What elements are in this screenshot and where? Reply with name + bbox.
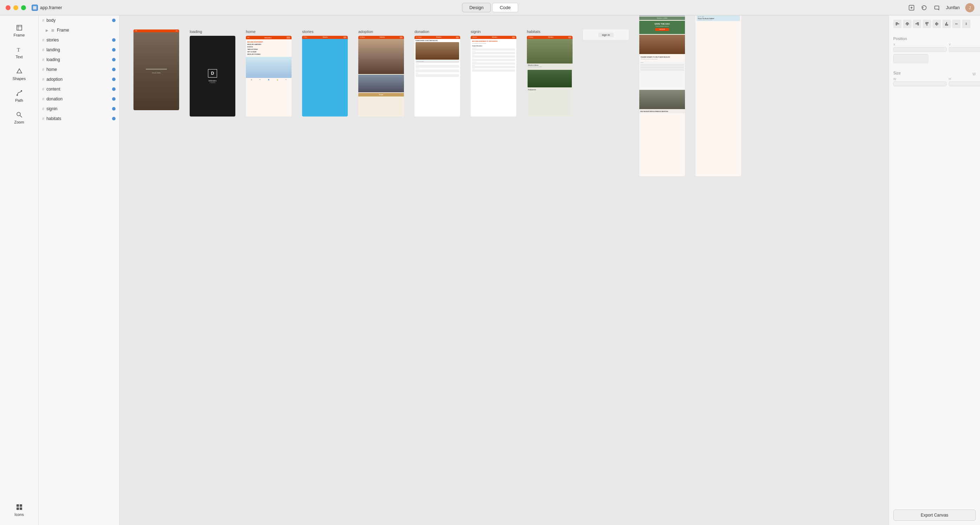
layer-landing[interactable]: # landing xyxy=(39,45,119,55)
sidebar-item-frame[interactable]: Frame xyxy=(2,21,36,41)
user-label: Junfan xyxy=(946,5,959,10)
height-input-group: H xyxy=(949,77,980,86)
sidebar-item-path[interactable]: Path xyxy=(2,86,36,106)
svg-rect-14 xyxy=(20,508,22,510)
content-frame[interactable]: 9:41 Defenders Give One Defenders xyxy=(639,16,685,176)
stories-frame[interactable]: C·Story Defenders xyxy=(302,36,348,116)
loading-subtext: of Wildlife xyxy=(208,82,218,84)
sidebar-item-shapes[interactable]: Shapes xyxy=(2,64,36,84)
svg-rect-23 xyxy=(918,25,919,25)
layer-hash-icon: # xyxy=(42,97,44,101)
signin-frame[interactable]: C·Member Defenders BECOME A MEMBER OF DE… xyxy=(471,36,516,116)
svg-rect-22 xyxy=(915,24,919,24)
svg-rect-28 xyxy=(937,22,937,25)
right-panel: ⇔ ⇕ Position X Y Size xyxy=(889,16,980,525)
left-sidebar: Frame T Text Shapes Path Zoom xyxy=(0,16,39,525)
sidebar-item-icons[interactable]: Icons xyxy=(2,500,36,520)
svg-line-10 xyxy=(20,116,22,117)
align-top-btn[interactable] xyxy=(923,20,931,28)
home-frame[interactable]: 9:41 Defenders BECOME A DEFENDER WILDLIF… xyxy=(246,36,291,116)
titlebar-right: Junfan J xyxy=(908,3,974,12)
chat-icon[interactable] xyxy=(933,4,940,11)
svg-text:⬜: ⬜ xyxy=(33,6,37,10)
frame-group-wolf: 9:41●●● Defenders Wildlife xyxy=(134,30,179,110)
adoption-frame[interactable]: 9:41 Adopt Defenders Donate xyxy=(358,36,404,116)
align-center-v-btn[interactable] xyxy=(932,20,941,28)
sidebar-item-text[interactable]: T Text xyxy=(2,42,36,62)
svg-rect-24 xyxy=(926,22,926,24)
layer-stories[interactable]: # stories xyxy=(39,35,119,45)
x-input[interactable] xyxy=(893,47,947,52)
home-label: home xyxy=(246,30,256,34)
svg-rect-31 xyxy=(946,22,947,25)
close-button[interactable] xyxy=(6,5,11,10)
layer-habitats[interactable]: # habitats xyxy=(39,114,119,124)
habitats-frame[interactable]: C·Habitats Defenders Defenders in Arizon… xyxy=(527,36,573,116)
loading-frame[interactable]: D Defenders of Wildlife xyxy=(190,36,235,116)
sidebar-bottom: Icons xyxy=(0,499,38,521)
layer-home[interactable]: # home xyxy=(39,65,119,75)
svg-text:T: T xyxy=(17,47,20,52)
y-input-group: Y xyxy=(949,43,980,52)
layer-dot xyxy=(112,107,116,111)
align-right-btn[interactable] xyxy=(913,20,921,28)
layer-donation[interactable]: # donation xyxy=(39,94,119,104)
frame-group-stories: stories C·Story Defenders xyxy=(302,30,348,116)
canvas-area[interactable]: 9:41●●● Defenders Wildlife loading xyxy=(119,16,889,525)
code-tab[interactable]: Code xyxy=(492,3,518,12)
layer-content[interactable]: # content xyxy=(39,84,119,94)
width-input[interactable] xyxy=(893,81,947,86)
layer-body[interactable]: # body xyxy=(39,16,119,25)
distribute-v-btn[interactable]: ⇕ xyxy=(962,20,970,28)
y-input[interactable] xyxy=(949,47,980,52)
icons-icon xyxy=(16,503,23,511)
layer-dot xyxy=(112,48,116,52)
signin-small-frame[interactable]: sign in xyxy=(583,30,629,40)
align-center-h-btn[interactable] xyxy=(903,20,912,28)
position-section: Position X Y xyxy=(893,36,976,65)
svg-rect-3 xyxy=(17,25,22,30)
export-icon[interactable] xyxy=(908,4,915,11)
titlebar: ⬜ app.framer Design Code Junfan J xyxy=(0,0,980,16)
layer-dot xyxy=(112,97,116,101)
align-bottom-btn[interactable] xyxy=(942,20,951,28)
minimize-button[interactable] xyxy=(13,5,18,10)
height-input[interactable] xyxy=(949,81,980,86)
export-canvas-button[interactable]: Export Canvas xyxy=(893,509,976,521)
layer-signin[interactable]: # signin xyxy=(39,104,119,114)
habitats-label: habitats xyxy=(527,30,541,34)
donation-frame[interactable]: 9:41 Donate Defenders PLEASE DONATE TO H… xyxy=(414,36,460,116)
zoom-icon xyxy=(16,111,23,119)
layer-adoption[interactable]: # adoption xyxy=(39,75,119,84)
distribute-h-btn[interactable]: ⇔ xyxy=(952,20,961,28)
svg-rect-19 xyxy=(905,24,909,24)
body-frame[interactable]: 9:41 Defenders Aug 15, 2021 Extractive xyxy=(695,16,741,176)
layer-loading[interactable]: # loading xyxy=(39,55,119,65)
svg-rect-27 xyxy=(935,23,936,25)
icons-label: Icons xyxy=(14,512,24,517)
layer-hash-icon: # xyxy=(42,38,44,42)
design-tab[interactable]: Design xyxy=(462,3,491,12)
stories-label: stories xyxy=(302,30,313,34)
contact-info-text: Contact Information xyxy=(472,45,515,47)
layer-dot xyxy=(112,117,116,121)
frame-group-loading: loading D Defenders of Wildlife xyxy=(190,30,235,116)
maximize-button[interactable] xyxy=(21,5,26,10)
align-left-btn[interactable] xyxy=(893,20,902,28)
w-label: W xyxy=(973,72,976,76)
layer-frame[interactable]: ▶ ⊞ Frame xyxy=(39,25,119,35)
layer-dot xyxy=(112,87,116,91)
rotation-input[interactable] xyxy=(893,54,928,63)
svg-point-8 xyxy=(21,90,22,92)
sidebar-item-zoom[interactable]: Zoom xyxy=(2,107,36,128)
svg-rect-29 xyxy=(937,23,938,25)
loading-label: loading xyxy=(190,30,202,34)
layer-hash-icon: # xyxy=(42,87,44,91)
refresh-icon[interactable] xyxy=(921,4,928,11)
svg-rect-17 xyxy=(896,25,897,25)
frame-group-signin: signin C·Member Defenders BECOME A MEMBE… xyxy=(471,30,516,116)
app-icon: ⬜ xyxy=(32,5,38,11)
zoom-label: Zoom xyxy=(14,120,24,124)
landing-frame[interactable]: 9:41●●● Defenders Wildlife xyxy=(134,30,179,110)
frame-group-body: body 9:41 Defenders xyxy=(695,16,741,176)
